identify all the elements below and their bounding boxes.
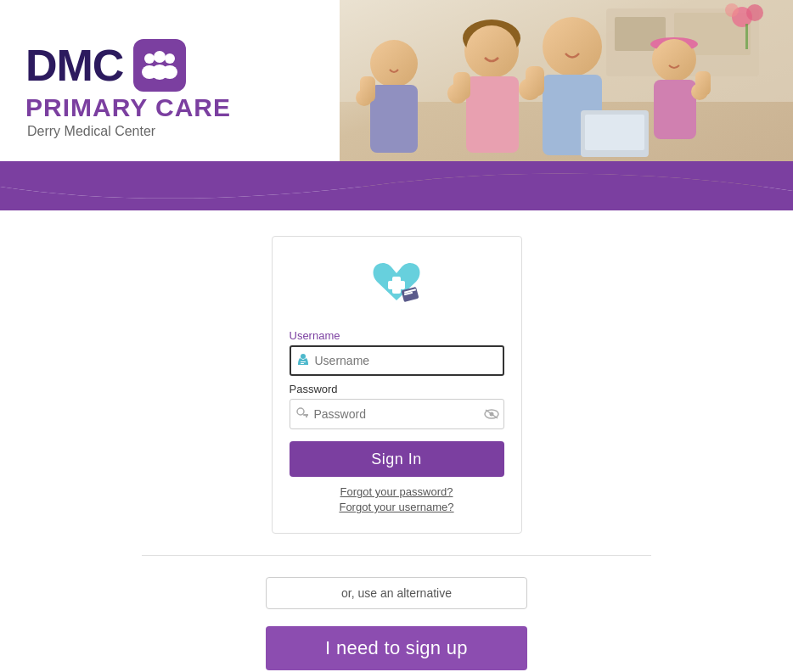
svg-point-33: [654, 39, 695, 80]
password-icon: [296, 406, 308, 423]
forgot-password-link[interactable]: Forgot your password?: [339, 485, 453, 498]
password-label: Password: [290, 383, 504, 395]
svg-rect-22: [466, 76, 519, 153]
svg-rect-34: [654, 80, 696, 139]
sign-in-button[interactable]: Sign In: [290, 441, 504, 477]
family-photo-bg: [309, 0, 793, 187]
brand-tagline: Derry Medical Center: [25, 124, 314, 139]
header-left: DMC PRIMARY CARE Derry Medical Center: [0, 0, 340, 178]
logo-people-icon: [140, 48, 179, 82]
header: DMC PRIMARY CARE Derry Medical Center: [0, 0, 793, 204]
svg-rect-48: [307, 414, 308, 416]
username-icon: [296, 353, 310, 369]
divider: [142, 555, 651, 556]
header-wave: [0, 161, 793, 204]
logo-icon: [133, 39, 186, 92]
svg-point-4: [165, 53, 175, 64]
alternative-button[interactable]: or, use an alternative: [266, 577, 527, 609]
purple-bar: [0, 204, 793, 210]
signup-button[interactable]: I need to sign up: [266, 626, 527, 670]
svg-point-0: [144, 53, 155, 64]
main-content: Username Password: [0, 210, 793, 672]
brand-primary-care: PRIMARY CARE: [25, 93, 314, 122]
svg-rect-16: [370, 85, 418, 153]
svg-rect-36: [695, 71, 711, 95]
key-icon: [296, 406, 308, 420]
card-icon: [370, 258, 423, 311]
login-card: Username Password: [272, 236, 522, 534]
eye-slash-icon: [484, 408, 499, 420]
svg-rect-30: [585, 115, 644, 150]
svg-rect-43: [301, 361, 306, 362]
username-input[interactable]: [290, 345, 504, 376]
svg-rect-28: [526, 66, 544, 96]
forgot-username-link[interactable]: Forgot your username?: [339, 501, 453, 513]
svg-point-25: [543, 17, 602, 76]
logo-row: DMC: [25, 39, 314, 92]
svg-point-42: [301, 354, 306, 359]
password-toggle-button[interactable]: [484, 408, 499, 420]
user-health-icon: [296, 353, 310, 367]
svg-point-21: [466, 25, 517, 76]
username-input-wrapper: [290, 345, 504, 376]
username-label: Username: [290, 329, 504, 342]
svg-point-2: [154, 51, 166, 63]
svg-rect-38: [388, 281, 405, 289]
forgot-links: Forgot your password? Forgot your userna…: [339, 485, 453, 516]
health-logo-icon: [370, 258, 423, 307]
svg-rect-47: [306, 416, 307, 417]
password-input-wrapper: [290, 399, 504, 429]
svg-rect-24: [453, 72, 470, 99]
brand-dmc: DMC: [25, 43, 123, 87]
svg-point-45: [297, 408, 304, 415]
svg-point-12: [746, 4, 763, 21]
svg-rect-14: [745, 24, 748, 49]
password-input[interactable]: [290, 399, 504, 429]
svg-rect-18: [360, 76, 375, 102]
svg-rect-44: [301, 363, 304, 364]
svg-point-13: [725, 3, 739, 17]
svg-point-5: [162, 65, 177, 79]
svg-point-15: [370, 40, 418, 87]
family-photo-illustration: [309, 0, 793, 187]
header-photo: [309, 0, 793, 187]
